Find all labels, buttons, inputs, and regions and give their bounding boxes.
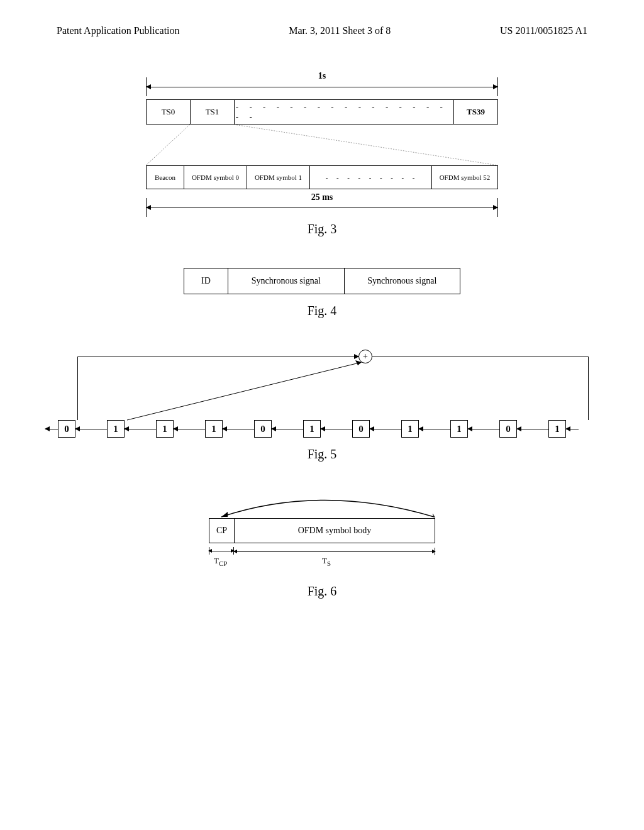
fig4-diagram: ID Synchronous signal Synchronous signal <box>184 268 460 294</box>
cell-cp: CP <box>209 519 235 543</box>
cell-ofdm0: OFDM symbol 0 <box>184 166 247 189</box>
arrow-left-icon <box>223 429 254 429</box>
register-bit: 1 <box>548 420 566 438</box>
cell-ofdm52: OFDM symbol 52 <box>431 166 497 189</box>
register-bit: 0 <box>254 420 272 438</box>
cell-beacon: Beacon <box>147 166 184 189</box>
figure-4: ID Synchronous signal Synchronous signal… <box>50 268 594 318</box>
bi-arrow-icon <box>209 551 234 551</box>
tick-icon <box>497 77 498 96</box>
cell-ts0: TS0 <box>147 100 191 124</box>
arrow-left-icon <box>174 429 205 429</box>
arrow-left-icon <box>566 429 579 429</box>
cell-body: OFDM symbol body <box>235 519 435 543</box>
svg-line-2 <box>127 362 362 420</box>
register-bit: 0 <box>58 420 75 438</box>
figure-5: + 0 1 1 1 0 1 0 1 1 0 <box>50 350 594 462</box>
cell-dash: - - - - - - - - - <box>310 166 431 189</box>
register-bit: 1 <box>401 420 419 438</box>
cyclic-prefix-curve <box>209 493 435 518</box>
fig3-diagram: 1s TS0 TS1 - - - - - - - - - - - - - - -… <box>146 74 498 213</box>
label-ts: TS <box>322 556 331 567</box>
figure-3: 1s TS0 TS1 - - - - - - - - - - - - - - -… <box>50 74 594 236</box>
shift-register-row: 0 1 1 1 0 1 0 1 1 0 1 <box>45 420 599 438</box>
svg-line-1 <box>234 124 498 165</box>
fig3-ofdm-row: Beacon OFDM symbol 0 OFDM symbol 1 - - -… <box>146 165 498 189</box>
fig6-dimensions: TCP TS <box>209 550 435 559</box>
tick-icon <box>146 198 147 217</box>
figure-6: CP OFDM symbol body TCP TS Fig. 6 <box>50 493 594 599</box>
arrow-left-icon <box>468 429 499 429</box>
cell-ofdm1: OFDM symbol 1 <box>247 166 310 189</box>
register-bit: 1 <box>205 420 223 438</box>
header-left: Patent Application Publication <box>57 25 180 36</box>
cell-ts1: TS1 <box>191 100 235 124</box>
arrow-left-icon <box>272 429 303 429</box>
register-bit: 1 <box>450 420 468 438</box>
tick-icon <box>146 77 147 96</box>
arrow-left-icon <box>125 429 156 429</box>
fig6-symbol-row: CP OFDM symbol body <box>209 518 435 543</box>
register-bit: 1 <box>107 420 125 438</box>
fig3-timeslot-row: TS0 TS1 - - - - - - - - - - - - - - - - … <box>146 99 498 124</box>
cell-ts39: TS39 <box>453 100 497 124</box>
header-right: US 2011/0051825 A1 <box>500 25 587 36</box>
arrow-left-icon <box>370 429 401 429</box>
arrow-left-icon <box>321 429 352 429</box>
arrow-left-icon <box>75 429 107 429</box>
bi-arrow-icon <box>234 551 435 552</box>
register-bit: 0 <box>352 420 370 438</box>
svg-line-0 <box>146 124 190 165</box>
arrow-left-icon <box>419 429 450 429</box>
arrow-left-icon <box>45 429 58 429</box>
register-bit: 1 <box>303 420 321 438</box>
svg-marker-3 <box>355 360 362 365</box>
svg-line-5 <box>433 514 435 518</box>
fig3-caption: Fig. 3 <box>308 222 337 236</box>
register-bit: 0 <box>499 420 517 438</box>
cell-dash: - - - - - - - - - - - - - - - - - - <box>235 100 453 124</box>
tick-icon <box>497 198 498 217</box>
fig5-diagram: + 0 1 1 1 0 1 0 1 1 0 <box>45 350 599 438</box>
header-center: Mar. 3, 2011 Sheet 3 of 8 <box>289 25 391 36</box>
fig3-bottom-arrow <box>146 204 498 211</box>
fig3-top-label: 1s <box>318 71 326 81</box>
fig3-top-arrow <box>146 84 498 96</box>
tick-icon <box>435 548 435 555</box>
fig6-diagram: CP OFDM symbol body TCP TS <box>209 493 435 575</box>
register-bit: 1 <box>156 420 174 438</box>
page-header: Patent Application Publication Mar. 3, 2… <box>50 25 594 36</box>
label-tcp: TCP <box>214 556 227 567</box>
fig4-caption: Fig. 4 <box>308 304 337 318</box>
fig5-caption: Fig. 5 <box>308 447 337 462</box>
tick-icon <box>209 547 209 555</box>
arrow-left-icon <box>517 429 548 429</box>
fig6-caption: Fig. 6 <box>308 584 337 599</box>
cell-sync1: Synchronous signal <box>228 268 345 294</box>
fig3-guide-lines <box>146 124 498 165</box>
cell-id: ID <box>184 268 228 294</box>
cell-sync2: Synchronous signal <box>345 268 460 294</box>
fig3-bottom-label: 25 ms <box>311 192 333 202</box>
